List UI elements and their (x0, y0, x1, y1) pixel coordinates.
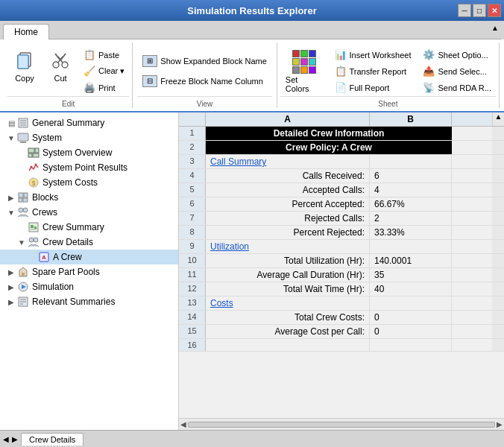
cell-8-a: Percent Rejected: (206, 226, 370, 239)
cell-15-spacer (452, 325, 492, 338)
freeze-block-btn[interactable]: ⊟ Freeze Block Name Column (137, 72, 271, 90)
cell-7-b: 2 (370, 212, 452, 225)
sidebar-item-a-crew[interactable]: A A Crew (0, 250, 178, 264)
sidebar-item-system-costs[interactable]: $ System Costs (0, 175, 178, 190)
relevant-summaries-label: Relevant Summaries (32, 297, 115, 307)
svg-rect-13 (18, 133, 28, 141)
table-row: 11 Average Call Duration (Hr): 35 (179, 268, 504, 282)
cell-14-a: Total Crew Costs: (206, 311, 370, 324)
cell-6-a: Percent Accepted: (206, 197, 370, 211)
color-cell-6 (309, 58, 316, 66)
sidebar-item-spare-part-pools[interactable]: ▶ Spare Part Pools (0, 264, 178, 279)
full-report-btn[interactable]: 📄 Full Report (330, 80, 416, 95)
view-group-label: View (137, 96, 271, 108)
copy-button[interactable]: Copy (7, 45, 42, 86)
cut-button[interactable]: Cut (43, 45, 78, 86)
paste-button[interactable]: 📋 Paste (79, 47, 129, 63)
table-row: 9 Utilization (179, 240, 504, 254)
ribbon-group-view: ⊞ Show Expanded Block Name ⊟ Freeze Bloc… (133, 42, 277, 108)
crews-label: Crews (32, 207, 57, 218)
sidebar-item-system-overview[interactable]: System Overview (0, 145, 178, 160)
row-13-num: 13 (179, 297, 206, 310)
scroll-col-4 (492, 169, 504, 183)
svg-rect-26 (19, 198, 22, 202)
color-cell-3 (309, 50, 316, 57)
sidebar-item-crews[interactable]: ▼ Crews (0, 205, 178, 220)
column-headers: A B ▲ (179, 112, 504, 127)
send-selected-btn[interactable]: 📤 Send Selec... (418, 63, 496, 79)
crew-summary-icon (27, 221, 40, 233)
cell-12-a: Total Wait Time (Hr): (206, 282, 370, 296)
cell-4-b: 6 (370, 169, 452, 183)
sidebar-item-system[interactable]: ▼ System (0, 130, 178, 145)
set-colors-button[interactable]: Set Colors (280, 45, 327, 96)
cell-7-spacer (452, 212, 492, 225)
cell-1-a: Detailed Crew Information (206, 127, 452, 140)
scroll-left-btn[interactable]: ◀ (180, 420, 186, 428)
sidebar-item-general-summary[interactable]: ▤ General Summary (0, 115, 178, 130)
cell-6-spacer (452, 197, 492, 211)
blocks-icon (16, 191, 30, 203)
expand-simulation: ▶ (6, 283, 16, 291)
cell-16-b (370, 339, 452, 351)
crew-summary-label: Crew Summary (42, 222, 104, 232)
sidebar-item-simulation[interactable]: ▶ Simulation (0, 279, 178, 294)
sidebar-item-crew-summary[interactable]: Crew Summary (0, 220, 178, 235)
send-rda-btn[interactable]: 📡 Send RDA R... (418, 80, 496, 95)
cell-12-spacer (452, 282, 492, 296)
cell-8-spacer (452, 226, 492, 239)
sheet-options-btn[interactable]: ⚙️ Sheet Optio... (418, 47, 496, 63)
tab-home[interactable]: Home (3, 24, 49, 39)
send-selected-icon: 📤 (423, 66, 435, 77)
expand-crew-details: ▼ (16, 238, 27, 247)
sidebar-item-crew-details[interactable]: ▼ Crew Details (0, 235, 178, 250)
close-button[interactable]: ✕ (488, 4, 501, 17)
minimize-button[interactable]: ─ (458, 4, 471, 17)
cell-2-spacer (452, 141, 492, 154)
scroll-col-10 (492, 254, 504, 267)
color-cell-7 (292, 66, 300, 74)
simulation-label: Simulation (32, 282, 74, 292)
costs-link[interactable]: Costs (210, 298, 233, 308)
scroll-col-7 (492, 212, 504, 225)
expand-spare: ▶ (6, 268, 16, 276)
clear-button[interactable]: 🧹 Clear ▾ (79, 63, 129, 79)
scroll-right-btn[interactable]: ▶ (497, 420, 503, 428)
color-cell-4 (292, 58, 300, 66)
h-scroll-thumb[interactable] (188, 422, 495, 428)
row-5-num: 5 (179, 183, 206, 197)
crews-icon (16, 206, 30, 218)
bottom-tab-crew-details[interactable]: Crew Details (21, 433, 84, 446)
print-button[interactable]: 🖨️ Print (79, 80, 129, 95)
system-label: System (32, 133, 62, 143)
show-expanded-btn[interactable]: ⊞ Show Expanded Block Name (137, 52, 271, 70)
tab-scroll-right[interactable]: ▶ (12, 435, 18, 443)
sidebar-item-system-point-results[interactable]: System Point Results (0, 160, 178, 175)
ribbon-tab-row: Home ▲ (0, 21, 504, 39)
expand-relevant: ▶ (6, 298, 16, 306)
table-row: 3 Call Summary (179, 155, 504, 169)
scroll-up-arrow[interactable]: ▲ (492, 112, 504, 126)
send-rda-icon: 📡 (423, 82, 435, 93)
tab-scroll-left[interactable]: ◀ (3, 435, 9, 443)
row-2-num: 2 (179, 141, 206, 154)
maximize-button[interactable]: □ (473, 4, 486, 17)
sidebar-item-blocks[interactable]: ▶ Blocks (0, 190, 178, 205)
cell-5-spacer (452, 183, 492, 197)
svg-rect-18 (28, 153, 32, 157)
utilization-link[interactable]: Utilization (210, 241, 249, 252)
insert-worksheet-btn[interactable]: 📊 Insert Worksheet (330, 47, 416, 63)
cell-9-b (370, 240, 452, 253)
svg-point-4 (62, 62, 68, 68)
cell-9-spacer (452, 240, 492, 253)
expand-system: ▼ (6, 134, 16, 142)
scroll-col-14 (492, 311, 504, 324)
ribbon-group-sheet: Set Colors 📊 Insert Worksheet 📋 Transfer… (277, 42, 500, 108)
call-summary-link[interactable]: Call Summary (210, 156, 266, 167)
color-cell-9 (309, 66, 316, 74)
cell-13-spacer (452, 297, 492, 310)
transfer-report-btn[interactable]: 📋 Transfer Report (330, 63, 416, 79)
relevant-summaries-icon (16, 296, 30, 308)
sidebar-item-relevant-summaries[interactable]: ▶ Relevant Summaries (0, 294, 178, 309)
ribbon-pin[interactable]: ▲ (489, 24, 501, 39)
